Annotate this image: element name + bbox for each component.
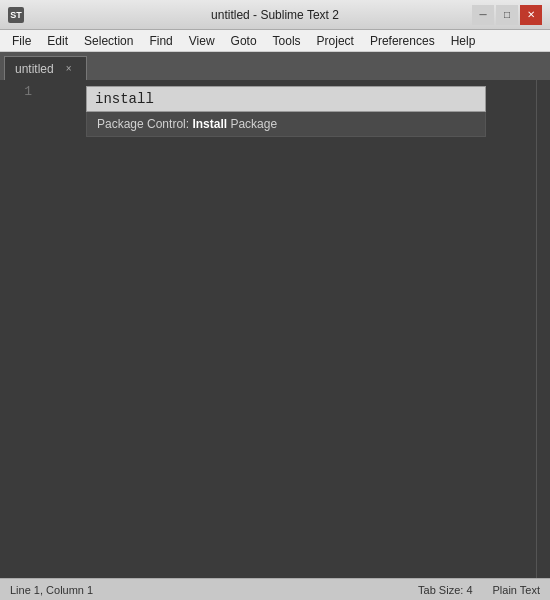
file-type: Plain Text: [493, 584, 541, 596]
menu-item-tools[interactable]: Tools: [265, 32, 309, 50]
menu-item-file[interactable]: File: [4, 32, 39, 50]
line-number-1: 1: [8, 84, 32, 99]
status-right: Tab Size: 4 Plain Text: [418, 584, 540, 596]
tab-bar: untitled ×: [0, 52, 550, 80]
tab-close-button[interactable]: ×: [62, 62, 76, 76]
close-button[interactable]: ✕: [520, 5, 542, 25]
menu-item-find[interactable]: Find: [141, 32, 180, 50]
menu-item-preferences[interactable]: Preferences: [362, 32, 443, 50]
menu-item-help[interactable]: Help: [443, 32, 484, 50]
scrollbar[interactable]: [536, 80, 550, 578]
autocomplete-dropdown: Package Control: Install Package: [86, 112, 486, 137]
menu-item-view[interactable]: View: [181, 32, 223, 50]
line-numbers: 1: [0, 80, 36, 578]
autocomplete-bold: Install: [192, 117, 227, 131]
app-icon: ST: [8, 7, 24, 23]
menu-item-selection[interactable]: Selection: [76, 32, 141, 50]
command-palette-input[interactable]: [86, 86, 486, 112]
maximize-button[interactable]: □: [496, 5, 518, 25]
menu-item-goto[interactable]: Goto: [223, 32, 265, 50]
cursor-position: Line 1, Column 1: [10, 584, 93, 596]
autocomplete-suffix: Package: [227, 117, 277, 131]
window-controls: ─ □ ✕: [472, 5, 542, 25]
code-area[interactable]: Package Control: Install Package: [36, 80, 536, 578]
editor-area: 1 Package Control: Install Package: [0, 80, 550, 578]
menu-bar: FileEditSelectionFindViewGotoToolsProjec…: [0, 30, 550, 52]
title-bar: ST untitled - Sublime Text 2 ─ □ ✕: [0, 0, 550, 30]
menu-item-edit[interactable]: Edit: [39, 32, 76, 50]
autocomplete-item[interactable]: Package Control: Install Package: [87, 112, 485, 136]
status-left: Line 1, Column 1: [10, 584, 93, 596]
window-title: untitled - Sublime Text 2: [211, 8, 339, 22]
editor-tab[interactable]: untitled ×: [4, 56, 87, 80]
command-palette: Package Control: Install Package: [36, 80, 536, 137]
status-bar: Line 1, Column 1 Tab Size: 4 Plain Text: [0, 578, 550, 600]
autocomplete-prefix: Package Control:: [97, 117, 192, 131]
tab-label: untitled: [15, 62, 54, 76]
tab-size: Tab Size: 4: [418, 584, 472, 596]
minimize-button[interactable]: ─: [472, 5, 494, 25]
menu-item-project[interactable]: Project: [309, 32, 362, 50]
